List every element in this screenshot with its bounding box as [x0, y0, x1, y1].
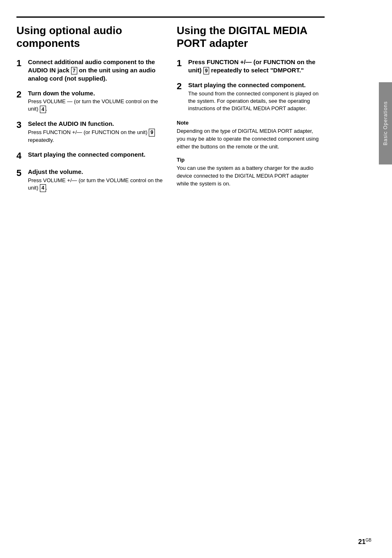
step-3-main-text: Select the AUDIO IN function. — [28, 120, 164, 128]
right-step-2-sub-text: The sound from the connected component i… — [188, 90, 321, 113]
step-3-sub-text: Press FUNCTION +/— (or FUNCTION on the u… — [28, 129, 164, 144]
sidebar-tab: Basic Operations — [379, 82, 392, 164]
left-step-list: 1 Connect additional audio component to … — [16, 58, 164, 192]
right-step-1: 1 Press FUNCTION +/— (or FUNCTION on the… — [177, 58, 321, 74]
left-column: Using optional audio components 1 Connec… — [16, 16, 177, 199]
right-step-number-2: 2 — [177, 81, 188, 92]
step-number-2: 2 — [16, 89, 28, 100]
step-4-content: Start playing the connected component. — [28, 150, 164, 159]
step-5-main-text: Adjust the volume. — [28, 168, 164, 176]
left-step-4: 4 Start playing the connected component. — [16, 150, 164, 161]
tip-section: Tip You can use the system as a battery … — [177, 157, 321, 188]
page-number: 21GB — [358, 538, 371, 546]
note-text: Depending on the type of DIGITAL MEDIA P… — [177, 127, 321, 151]
content-area: Using optional audio components 1 Connec… — [16, 16, 380, 199]
right-column: Using the DIGITAL MEDIA PORT adapter 1 P… — [177, 16, 325, 199]
right-step-number-1: 1 — [177, 58, 188, 69]
left-step-2: 2 Turn down the volume. Press VOLUME — (… — [16, 89, 164, 113]
step-1-content: Connect additional audio component to th… — [28, 58, 164, 82]
note-title: Note — [177, 120, 321, 126]
tip-text: You can use the system as a battery char… — [177, 164, 321, 188]
step-2-main-text: Turn down the volume. — [28, 89, 164, 97]
box-7: 7 — [71, 67, 77, 75]
note-section: Note Depending on the type of DIGITAL ME… — [177, 120, 321, 151]
left-step-5: 5 Adjust the volume. Press VOLUME +/— (o… — [16, 168, 164, 192]
step-3-content: Select the AUDIO IN function. Press FUNC… — [28, 120, 164, 144]
page-suffix: GB — [366, 538, 371, 542]
left-section-title: Using optional audio components — [16, 24, 164, 50]
main-content: Using optional audio components 1 Connec… — [16, 16, 380, 199]
box-9a: 9 — [149, 129, 155, 137]
sidebar-label: Basic Operations — [383, 101, 388, 145]
step-5-content: Adjust the volume. Press VOLUME +/— (or … — [28, 168, 164, 192]
step-number-3: 3 — [16, 120, 28, 130]
step-2-content: Turn down the volume. Press VOLUME — (or… — [28, 89, 164, 113]
right-step-2-content: Start playing the connected component. T… — [188, 81, 321, 112]
step-5-sub-text: Press VOLUME +/— (or turn the VOLUME con… — [28, 177, 164, 192]
page-number-value: 21 — [358, 538, 366, 545]
right-step-1-main-text: Press FUNCTION +/— (or FUNCTION on the u… — [188, 58, 316, 74]
step-number-4: 4 — [16, 150, 28, 161]
step-1-main-text: Connect additional audio component to th… — [28, 58, 156, 82]
step-number-5: 5 — [16, 168, 28, 178]
right-step-2-main-text: Start playing the connected component. — [188, 81, 321, 89]
step-number-1: 1 — [16, 58, 28, 69]
right-section-title: Using the DIGITAL MEDIA PORT adapter — [177, 24, 321, 50]
left-step-1: 1 Connect additional audio component to … — [16, 58, 164, 82]
right-step-2: 2 Start playing the connected component.… — [177, 81, 321, 112]
left-step-3: 3 Select the AUDIO IN function. Press FU… — [16, 120, 164, 144]
page-container: Using optional audio components 1 Connec… — [0, 0, 392, 558]
right-step-1-content: Press FUNCTION +/— (or FUNCTION on the u… — [188, 58, 321, 74]
box-4b: 4 — [40, 184, 46, 192]
box-9b: 9 — [203, 67, 210, 75]
right-step-list: 1 Press FUNCTION +/— (or FUNCTION on the… — [177, 58, 321, 112]
step-2-sub-text: Press VOLUME — (or turn the VOLUME contr… — [28, 98, 164, 113]
box-4a: 4 — [40, 106, 46, 113]
step-4-main-text: Start playing the connected component. — [28, 150, 164, 159]
tip-title: Tip — [177, 157, 321, 163]
